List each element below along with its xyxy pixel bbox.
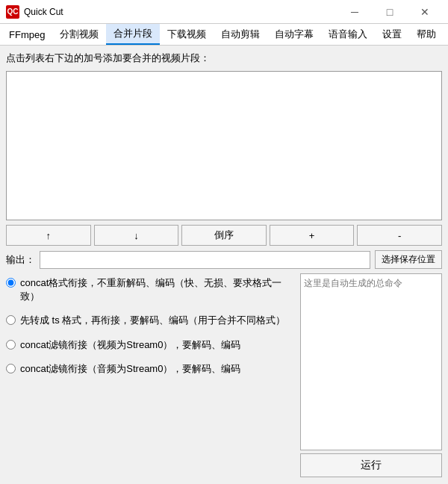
radio-input-1[interactable] — [6, 278, 16, 288]
menu-item-语音输入[interactable]: 语音输入 — [321, 24, 375, 45]
radio-label-1[interactable]: concat格式衔接，不重新解码、编码（快、无损、要求格式一致） — [20, 276, 294, 303]
radio-label-3[interactable]: concat滤镜衔接（视频为Stream0），要解码、编码 — [20, 338, 240, 352]
command-panel: 运行 — [300, 273, 442, 477]
instruction-label: 点击列表右下边的加号添加要合并的视频片段： — [6, 52, 442, 65]
menu-item-帮助[interactable]: 帮助 — [409, 24, 444, 45]
command-textarea[interactable] — [300, 273, 442, 450]
radio-input-3[interactable] — [6, 340, 16, 350]
menu-item-设置[interactable]: 设置 — [375, 24, 409, 45]
title-bar: QC Quick Cut ─ □ ✕ — [0, 0, 448, 24]
button-row: ↑ ↓ 倒序 + - — [6, 225, 442, 246]
radio-option-1: concat格式衔接，不重新解码、编码（快、无损、要求格式一致） — [6, 276, 294, 303]
output-input[interactable] — [40, 251, 370, 269]
radio-option-3: concat滤镜衔接（视频为Stream0），要解码、编码 — [6, 338, 294, 352]
main-content: 点击列表右下边的加号添加要合并的视频片段： ↑ ↓ 倒序 + - 输出： 选择保… — [0, 46, 448, 483]
menu-bar: FFmpeg分割视频合并片段下载视频自动剪辑自动字幕语音输入设置帮助 — [0, 24, 448, 46]
move-up-button[interactable]: ↑ — [6, 225, 91, 246]
maximize-button[interactable]: □ — [373, 0, 407, 24]
browse-button[interactable]: 选择保存位置 — [375, 250, 442, 269]
add-button[interactable]: + — [270, 225, 355, 246]
options-panel: concat格式衔接，不重新解码、编码（快、无损、要求格式一致）先转成 ts 格… — [6, 273, 294, 477]
run-button[interactable]: 运行 — [300, 453, 442, 477]
minimize-button[interactable]: ─ — [337, 0, 372, 24]
radio-input-2[interactable] — [6, 315, 16, 325]
radio-option-2: 先转成 ts 格式，再衔接，要解码、编码（用于合并不同格式） — [6, 314, 294, 327]
window-controls: ─ □ ✕ — [337, 0, 442, 24]
menu-item-自动剪辑[interactable]: 自动剪辑 — [214, 24, 267, 45]
remove-button[interactable]: - — [357, 225, 442, 246]
menu-item-FFmpeg[interactable]: FFmpeg — [1, 24, 52, 45]
radio-label-4[interactable]: concat滤镜衔接（音频为Stream0），要解码、编码 — [20, 362, 240, 376]
app-icon: QC — [6, 5, 19, 19]
menu-item-合并片段[interactable]: 合并片段 — [106, 24, 160, 45]
move-down-button[interactable]: ↓ — [94, 225, 179, 246]
reverse-button[interactable]: 倒序 — [181, 225, 267, 246]
menu-item-自动字幕[interactable]: 自动字幕 — [267, 24, 321, 45]
output-row: 输出： 选择保存位置 — [6, 250, 442, 269]
menu-item-分割视频[interactable]: 分割视频 — [52, 24, 106, 45]
video-list-box[interactable] — [6, 71, 442, 220]
radio-option-4: concat滤镜衔接（音频为Stream0），要解码、编码 — [6, 362, 294, 376]
radio-input-4[interactable] — [6, 364, 16, 373]
radio-label-2[interactable]: 先转成 ts 格式，再衔接，要解码、编码（用于合并不同格式） — [20, 314, 285, 327]
close-button[interactable]: ✕ — [408, 0, 442, 24]
bottom-section: concat格式衔接，不重新解码、编码（快、无损、要求格式一致）先转成 ts 格… — [6, 273, 442, 477]
app-title: Quick Cut — [24, 7, 337, 17]
menu-item-下载视频[interactable]: 下载视频 — [160, 24, 214, 45]
output-label: 输出： — [6, 253, 35, 267]
